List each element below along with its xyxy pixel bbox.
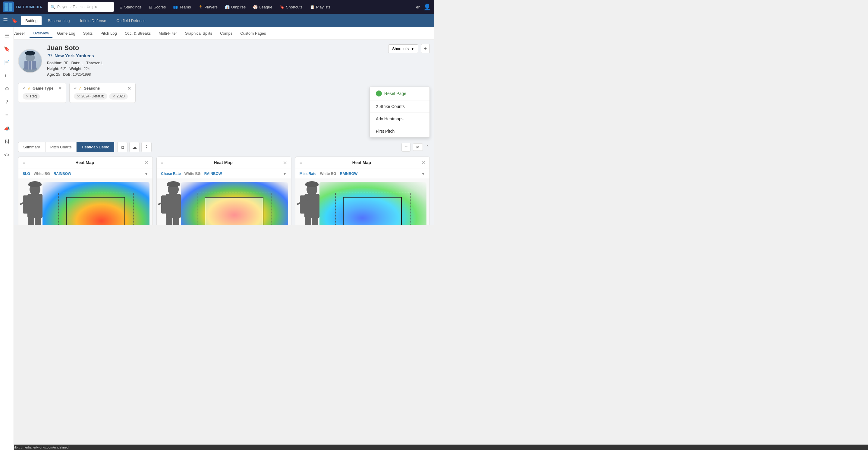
add-shortcut-button[interactable]: + [421,44,430,53]
shortcuts-button[interactable]: Shortcuts ▼ [388,44,418,53]
sidebar-settings-icon[interactable]: ⚙ [1,83,12,94]
slg-metric[interactable]: SLG [23,172,30,176]
panel-filter-icon-miss[interactable]: ≡ [300,160,302,165]
tab-outfield-defense[interactable]: Outfield Defense [112,16,150,25]
more-options-button[interactable]: ⋮ [141,142,152,152]
tab-infield-defense[interactable]: Infield Defense [76,16,110,25]
top-right: en 👤 [416,3,431,10]
filter-close-game-type[interactable]: ✕ [58,86,62,91]
panel-close-icon-miss[interactable]: ✕ [421,160,425,166]
sidebar-image-icon[interactable]: 🖼 [1,136,12,147]
nav-umpires[interactable]: 👔 Umpires [222,3,249,11]
heatmap-chase [181,182,288,225]
filter-tag-remove-reg[interactable]: ✕ [26,94,29,99]
user-icon[interactable]: 👤 [424,3,431,10]
search-box[interactable]: 🔍 [48,2,114,12]
tertiary-pitchlog[interactable]: Pitch Log [97,29,120,37]
heat-panel-chase: ≡ Heat Map ✕ Chase Rate White BG RAINBOW… [156,156,291,225]
miss-style[interactable]: RAINBOW [340,172,358,176]
tertiary-occ-streaks[interactable]: Occ. & Streaks [121,29,155,37]
shortcuts-dropdown: Reset Page 2 Strike Counts Adv Heatmaps … [370,87,430,138]
tab-batting[interactable]: Batting [21,16,41,25]
filter-check-icon[interactable]: ✓ [23,86,26,90]
player-details: Juan Soto NY New York Yankees Position: … [47,44,103,78]
collapse-panels-button[interactable]: ⌃ [425,144,430,150]
svg-rect-1 [9,3,12,7]
sidebar-bookmark-icon[interactable]: 🔖 [1,43,12,54]
filter-star-icon-seasons[interactable]: ☆ [79,86,82,90]
tertiary-multifilter[interactable]: Multi-Filter [155,29,181,37]
panel-filter-icon-slg[interactable]: ≡ [23,160,25,165]
nav-players[interactable]: 🏃 Players [195,3,221,11]
player-team[interactable]: NY New York Yankees [47,52,103,59]
bookmark-icon[interactable]: 🔖 [11,18,18,24]
heat-map-area-miss [296,179,430,225]
panel-filter-icon-chase[interactable]: ≡ [161,160,163,165]
sidebar-menu-icon[interactable]: ☰ [1,30,12,41]
tertiary-splits[interactable]: Splits [80,29,96,37]
secondary-navigation: ☰ 🔖 Batting Baserunning Infield Defense … [0,14,434,27]
filter-star-icon[interactable]: ☆ [27,86,31,90]
heat-chevron-miss[interactable]: ▼ [421,171,425,176]
nav-teams[interactable]: 👥 Teams [170,3,194,11]
size-button[interactable]: M [413,143,423,151]
filter-tag-remove-2024[interactable]: ✕ [77,94,80,99]
tertiary-custom-pages[interactable]: Custom Pages [237,29,270,37]
slg-bg[interactable]: White BG [34,172,50,176]
hamburger-menu-icon[interactable]: ☰ [3,17,8,24]
add-panel-button[interactable]: + [401,143,410,152]
main-content: Juan Soto NY New York Yankees Position: … [14,40,434,225]
filter-tag-remove-2023[interactable]: ✕ [112,94,116,99]
panel-close-icon-slg[interactable]: ✕ [144,160,148,166]
sidebar-list-icon[interactable]: ≡ [1,110,12,121]
top-navigation: TM TRUMEDIA 🔍 ⊞ Standings ⊟ Scores 👥 Tea… [0,0,434,14]
chase-style[interactable]: RAINBOW [204,172,222,176]
svg-rect-30 [300,196,306,213]
tertiary-overview[interactable]: Overview [29,29,53,38]
filter-check-icon-seasons[interactable]: ✓ [74,86,77,90]
slg-style[interactable]: RAINBOW [54,172,71,176]
tertiary-gamelog[interactable]: Game Log [53,29,79,37]
shortcut-item-first-pitch[interactable]: First Pitch [370,125,430,137]
nav-scores[interactable]: ⊟ Scores [146,3,169,11]
heat-panel-slg: ≡ Heat Map ✕ SLG White BG RAINBOW ▼ [18,156,153,225]
tertiary-comps[interactable]: Comps [216,29,236,37]
filter-card-game-type: ✓ ☆ Game Type ✕ ✕ Reg [18,83,66,103]
sidebar-code-icon[interactable]: <> [1,150,12,160]
shortcut-item-two-strike[interactable]: 2 Strike Counts [370,100,430,113]
sidebar-megaphone-icon[interactable]: 📣 [1,123,12,134]
miss-bg[interactable]: White BG [320,172,336,176]
sidebar-tag-icon[interactable]: 🏷 [1,70,12,81]
filters-row: ↺ ✓ ☆ Game Type ✕ ✕ Reg ✓ ☆ [18,83,430,103]
shortcut-item-reset[interactable]: Reset Page [370,87,430,100]
umpires-icon: 👔 [225,5,230,9]
tab-baserunning[interactable]: Baserunning [43,16,74,25]
nav-standings[interactable]: ⊞ Standings [116,3,145,11]
sidebar-help-icon[interactable]: ? [1,96,12,108]
view-tab-summary[interactable]: Summary [18,142,45,152]
chase-bg[interactable]: White BG [184,172,201,176]
copy-panel-button[interactable]: ⧉ [117,142,127,152]
sidebar-pages-icon[interactable]: 📄 [1,57,12,67]
nav-league[interactable]: ⚾ League [250,3,275,11]
filter-close-seasons[interactable]: ✕ [127,86,131,91]
view-tab-pitch-charts[interactable]: Pitch Charts [45,142,77,152]
heat-chevron-slg[interactable]: ▼ [144,171,148,176]
search-icon: 🔍 [51,5,56,9]
panel-close-icon-chase[interactable]: ✕ [283,160,287,166]
svg-rect-23 [166,216,173,225]
upload-panel-button[interactable]: ☁ [129,142,140,152]
logo-area[interactable]: TM TRUMEDIA [3,1,42,12]
heat-chevron-chase[interactable]: ▼ [283,171,287,176]
language-button[interactable]: en [416,5,421,9]
chase-metric[interactable]: Chase Rate [161,172,181,176]
nav-shortcuts[interactable]: 🔖 Shortcuts [277,3,306,11]
search-input[interactable] [57,5,111,9]
svg-rect-32 [312,216,318,225]
nav-playlists[interactable]: 📋 Playlists [307,3,334,11]
view-tab-heatmap-demo[interactable]: HeatMap Demo [76,142,114,152]
shortcut-item-adv-heatmaps[interactable]: Adv Heatmaps [370,113,430,125]
tertiary-graphical-splits[interactable]: Graphical Splits [181,29,216,37]
left-sidebar: ☰ 🔖 📄 🏷 ⚙ ? ≡ 📣 🖼 <> [0,27,14,225]
miss-metric[interactable]: Miss Rate [300,172,316,176]
